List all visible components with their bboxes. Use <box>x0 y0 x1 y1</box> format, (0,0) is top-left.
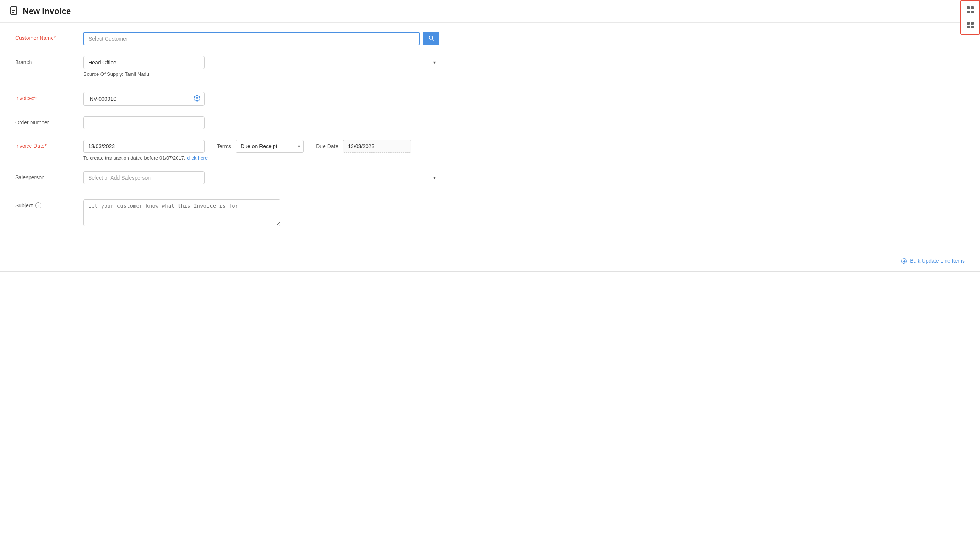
customer-select-wrapper: Select Customer <box>83 32 439 45</box>
subject-label: Subject i <box>15 199 83 209</box>
order-number-row: Order Number <box>15 116 439 129</box>
invoice-date-input[interactable] <box>83 140 205 153</box>
top-right-panel <box>960 0 980 35</box>
salesperson-row: Salesperson Select or Add Salesperson <box>15 171 439 184</box>
invoice-date-row: Invoice Date* Terms Due on Receipt Net 3… <box>15 140 439 161</box>
grid-icon-1 <box>967 6 974 13</box>
customer-name-field: Select Customer <box>83 32 439 45</box>
branch-row: Branch Head Office Branch 1 Branch 2 Sou… <box>15 56 439 77</box>
invoice-icon <box>9 6 18 16</box>
due-date-label: Due Date <box>316 143 338 149</box>
svg-point-6 <box>196 97 198 99</box>
customer-name-label: Customer Name* <box>15 32 83 41</box>
order-number-label: Order Number <box>15 116 83 126</box>
terms-select-wrapper: Due on Receipt Net 30 Net 60 Net 90 <box>235 140 304 153</box>
branch-field: Head Office Branch 1 Branch 2 Source Of … <box>83 56 439 77</box>
svg-line-5 <box>432 39 434 41</box>
terms-label: Terms <box>217 143 231 149</box>
app-container: New Invoice Customer Name* Select Custom… <box>0 0 980 539</box>
bottom-border <box>0 271 980 272</box>
invoice-num-input[interactable] <box>84 93 190 105</box>
grid-view-btn-2[interactable] <box>963 18 978 33</box>
source-of-supply: Source Of Supply: Tamil Nadu <box>83 71 439 77</box>
form-container: Customer Name* Select Customer Bra <box>0 23 455 246</box>
salesperson-field: Select or Add Salesperson <box>83 171 439 184</box>
order-number-input[interactable] <box>83 116 205 129</box>
grid-view-btn-1[interactable] <box>963 2 978 18</box>
due-date-input[interactable] <box>343 140 411 153</box>
branch-select-wrapper: Head Office Branch 1 Branch 2 <box>83 56 439 69</box>
svg-point-7 <box>903 260 905 262</box>
terms-group: Terms Due on Receipt Net 30 Net 60 Net 9… <box>217 140 304 153</box>
invoice-date-label: Invoice Date* <box>15 140 83 149</box>
invoice-num-row: Invoice#* <box>15 92 439 106</box>
salesperson-select[interactable]: Select or Add Salesperson <box>83 171 205 184</box>
invoice-num-field <box>83 92 439 106</box>
subject-textarea[interactable] <box>83 199 280 226</box>
subject-field <box>83 199 439 226</box>
bulk-update-icon <box>901 258 907 264</box>
bulk-update-button[interactable]: Bulk Update Line Items <box>901 258 965 264</box>
customer-select[interactable]: Select Customer <box>83 32 420 45</box>
due-date-group: Due Date <box>316 140 411 153</box>
transaction-note: To create transaction dated before 01/07… <box>83 155 439 161</box>
invoice-num-wrapper <box>83 92 205 106</box>
page-title: New Invoice <box>23 6 71 16</box>
branch-select[interactable]: Head Office Branch 1 Branch 2 <box>83 56 205 69</box>
customer-name-row: Customer Name* Select Customer <box>15 32 439 45</box>
grid-icon-2 <box>967 22 974 29</box>
click-here-link[interactable]: click here <box>187 155 208 161</box>
header: New Invoice <box>0 0 980 23</box>
date-terms-row: Terms Due on Receipt Net 30 Net 60 Net 9… <box>83 140 439 153</box>
salesperson-label: Salesperson <box>15 171 83 180</box>
invoice-settings-button[interactable] <box>190 92 204 105</box>
bulk-update-row: Bulk Update Line Items <box>0 253 980 268</box>
bulk-update-label: Bulk Update Line Items <box>910 258 965 264</box>
customer-search-button[interactable] <box>423 32 439 45</box>
order-number-field <box>83 116 439 129</box>
svg-point-4 <box>429 36 433 40</box>
invoice-date-field: Terms Due on Receipt Net 30 Net 60 Net 9… <box>83 140 439 161</box>
invoice-num-label: Invoice#* <box>15 92 83 101</box>
subject-row: Subject i <box>15 199 439 226</box>
branch-label: Branch <box>15 56 83 65</box>
salesperson-select-wrapper: Select or Add Salesperson <box>83 171 439 184</box>
subject-info-icon: i <box>35 203 41 209</box>
terms-select[interactable]: Due on Receipt Net 30 Net 60 Net 90 <box>235 140 304 153</box>
